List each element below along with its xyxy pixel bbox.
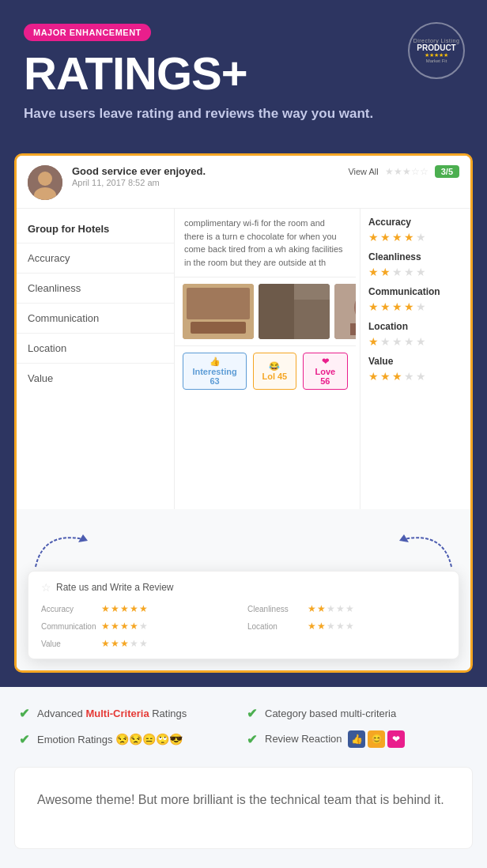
- criteria-location[interactable]: Location: [17, 333, 174, 363]
- svg-point-1: [38, 172, 52, 186]
- view-all-link[interactable]: View All: [348, 167, 378, 176]
- review-meta: Good service ever enjoyed. April 11, 201…: [72, 165, 338, 187]
- reaction-icons: 👍 😊 ❤: [348, 730, 405, 748]
- svg-rect-11: [350, 323, 356, 335]
- photo-thumb[interactable]: [334, 284, 356, 339]
- review-card: Good service ever enjoyed. April 11, 201…: [17, 156, 470, 209]
- photo-strip: [175, 277, 356, 346]
- interesting-btn[interactable]: 👍 Interesting 63: [183, 353, 247, 390]
- review-text: complimentary wi-fi for the room and the…: [175, 209, 356, 277]
- photo-thumb[interactable]: [259, 284, 330, 339]
- testimonial-card: Awesome theme! But more brilliant is the…: [14, 767, 473, 849]
- testimonial-text: Awesome theme! But more brilliant is the…: [37, 790, 450, 810]
- review-date: April 11, 2017 8:52 am: [72, 178, 338, 187]
- feature-multi-criteria: ✔ Advanced Multi-Criteria Ratings: [19, 706, 240, 721]
- reaction-thumbsup-icon: 👍: [348, 730, 365, 748]
- feature-text: Category based multi-criteria: [265, 708, 396, 719]
- review-title: Good service ever enjoyed.: [72, 165, 338, 177]
- feature-review-reaction: ✔ Review Reaction 👍 😊 ❤: [247, 730, 468, 748]
- reaction-heart-icon: ❤: [387, 730, 405, 748]
- curved-arrow-right: [380, 523, 459, 571]
- feature-text: Emotion Ratings 😒😒😑🙄😎: [37, 733, 183, 745]
- check-icon: ✔: [247, 732, 257, 747]
- check-icon: ✔: [19, 706, 29, 721]
- wr-communication: Communication ★ ★ ★ ★ ★: [41, 621, 240, 632]
- demo-body: Group for Hotels Accuracy Cleanliness Co…: [17, 209, 470, 509]
- svg-rect-4: [187, 288, 250, 319]
- product-badge: Directory Listing PRODUCT ★★★★★ Market F…: [408, 22, 465, 79]
- svg-rect-7: [259, 284, 294, 339]
- rating-value: Value ★ ★ ★ ★ ★: [368, 356, 462, 383]
- features-grid: ✔ Advanced Multi-Criteria Ratings ✔ Cate…: [19, 706, 468, 748]
- reaction-smile-icon: 😊: [368, 730, 385, 748]
- wr-value: Value ★ ★ ★ ★ ★: [41, 638, 240, 649]
- wr-cleanliness: Cleanliness ★ ★ ★ ★ ★: [247, 603, 446, 614]
- testimonial-section: Awesome theme! But more brilliant is the…: [0, 767, 487, 868]
- curved-arrow-left: [28, 523, 107, 571]
- criteria-cleanliness[interactable]: Cleanliness: [17, 273, 174, 303]
- check-icon: ✔: [19, 732, 29, 747]
- feature-category-based: ✔ Category based multi-criteria: [247, 706, 468, 721]
- criteria-value[interactable]: Value: [17, 363, 174, 393]
- rating-accuracy: Accuracy ★ ★ ★ ★ ★: [368, 217, 462, 243]
- lol-btn[interactable]: 😂 Lol 45: [253, 353, 296, 390]
- group-title: Group for Hotels: [17, 217, 174, 243]
- emotion-emojis: 😒😒😑🙄😎: [115, 733, 183, 745]
- left-panel: Group for Hotels Accuracy Cleanliness Co…: [17, 209, 175, 509]
- rating-communication: Communication ★ ★ ★ ★ ★: [368, 286, 462, 313]
- avatar: [28, 165, 62, 200]
- review-actions: View All ★★★☆☆ 3/5: [348, 165, 459, 178]
- page-badge: 3/5: [435, 165, 459, 178]
- feature-emotion-ratings: ✔ Emotion Ratings 😒😒😑🙄😎: [19, 730, 240, 748]
- header-section: MAJOR ENHANCEMENT Directory Listing PROD…: [0, 0, 487, 153]
- page-subtitle: Have users leave rating and reviews the …: [24, 106, 463, 122]
- major-enhancement-badge: MAJOR ENHANCEMENT: [24, 24, 151, 41]
- feature-text: Review Reaction 👍 😊 ❤: [265, 730, 405, 748]
- love-btn[interactable]: ❤ Love 56: [303, 353, 348, 390]
- right-panel: complimentary wi-fi for the room and the…: [175, 209, 470, 509]
- star-icon: ★★★☆☆: [385, 166, 428, 177]
- criteria-accuracy[interactable]: Accuracy: [17, 243, 174, 273]
- write-review-card: ☆ Rate us and Write a Review Accuracy ★ …: [28, 571, 459, 659]
- reaction-row: 👍 Interesting 63 😂 Lol 45 ❤ Love 56: [175, 346, 356, 396]
- photo-thumb[interactable]: [183, 284, 254, 339]
- demo-section: Good service ever enjoyed. April 11, 201…: [0, 153, 487, 687]
- criteria-communication[interactable]: Communication: [17, 303, 174, 333]
- svg-rect-5: [191, 322, 246, 334]
- feature-text: Advanced Multi-Criteria Ratings: [37, 708, 187, 719]
- rating-location: Location ★ ★ ★ ★ ★: [368, 321, 462, 348]
- wr-location: Location ★ ★ ★ ★ ★: [247, 621, 446, 632]
- ratings-sidebar: Accuracy ★ ★ ★ ★ ★ Cleanliness ★: [360, 209, 470, 509]
- svg-rect-8: [294, 300, 330, 339]
- check-icon: ✔: [247, 706, 257, 721]
- write-review-grid: Accuracy ★ ★ ★ ★ ★ Cleanliness ★: [41, 603, 446, 649]
- wr-accuracy: Accuracy ★ ★ ★ ★ ★: [41, 603, 240, 614]
- rating-cleanliness: Cleanliness ★ ★ ★ ★ ★: [368, 251, 462, 278]
- features-section: ✔ Advanced Multi-Criteria Ratings ✔ Cate…: [0, 687, 487, 767]
- write-review-header: ☆ Rate us and Write a Review: [41, 581, 446, 594]
- demo-frame: Good service ever enjoyed. April 11, 201…: [14, 153, 473, 673]
- page-title: RATINGS+: [24, 51, 463, 96]
- star-icon: ☆: [41, 581, 51, 594]
